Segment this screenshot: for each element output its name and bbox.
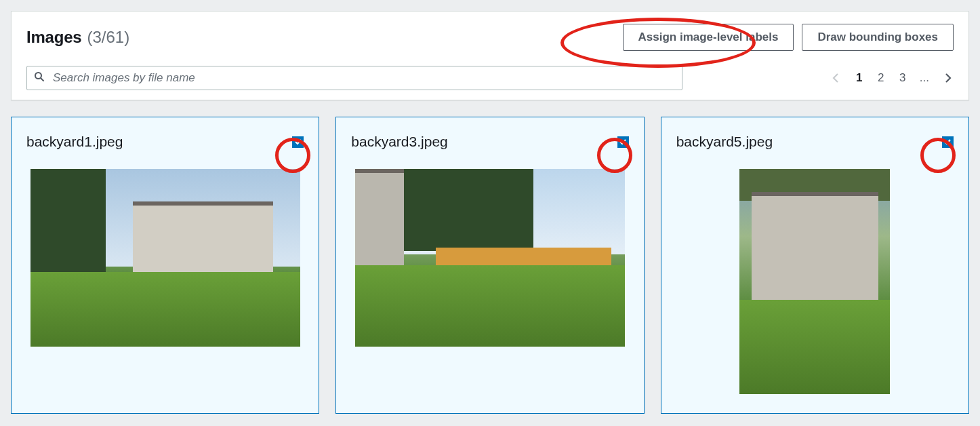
svg-line-1 <box>41 79 43 81</box>
pagination: 1 2 3 ... <box>830 71 954 85</box>
image-filename: backyard3.jpeg <box>351 134 447 150</box>
pagination-page-3[interactable]: 3 <box>898 71 907 85</box>
pagination-page-1[interactable]: 1 <box>855 71 864 85</box>
image-select-checkbox[interactable] <box>617 136 629 148</box>
image-select-checkbox[interactable] <box>942 136 954 148</box>
checkmark-icon <box>619 138 627 146</box>
image-filename: backyard5.jpeg <box>676 134 773 150</box>
image-filename: backyard1.jpeg <box>26 134 123 150</box>
image-thumbnail[interactable] <box>355 169 625 347</box>
checkmark-icon <box>943 138 952 146</box>
image-card[interactable]: backyard5.jpeg <box>661 117 969 414</box>
search-icon <box>34 71 45 85</box>
draw-bounding-boxes-button[interactable]: Draw bounding boxes <box>802 24 954 51</box>
image-thumbnail[interactable] <box>30 169 300 347</box>
page-title: Images (3/61) <box>26 28 129 47</box>
checkmark-icon <box>294 138 302 146</box>
image-thumbnail[interactable] <box>739 169 890 394</box>
search-input-wrapper[interactable] <box>26 66 682 90</box>
search-input[interactable] <box>52 71 675 85</box>
images-title-label: Images <box>26 28 82 47</box>
assign-image-level-labels-button[interactable]: Assign image-level labels <box>623 24 794 51</box>
pagination-page-2[interactable]: 2 <box>876 71 886 85</box>
image-card[interactable]: backyard3.jpeg <box>335 117 644 414</box>
images-count: (3/61) <box>87 28 130 47</box>
pagination-ellipsis: ... <box>920 71 929 85</box>
image-card[interactable]: backyard1.jpeg <box>11 117 319 414</box>
image-select-checkbox[interactable] <box>292 136 304 148</box>
images-header-panel: Images (3/61) Assign image-level labels … <box>11 11 969 100</box>
pagination-next-icon[interactable] <box>941 72 954 84</box>
pagination-prev-icon <box>830 72 842 84</box>
